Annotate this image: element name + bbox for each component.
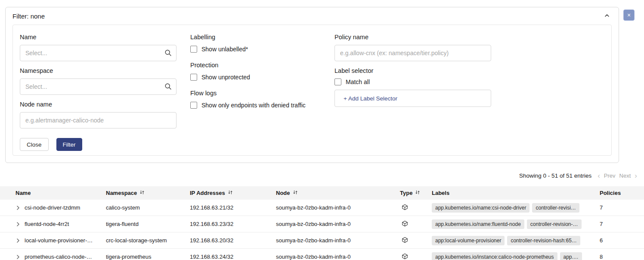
filter-panel-header: Filter: none [6,7,619,25]
pagination-summary: Showing 0 - 51 of 51 entries [519,172,591,179]
cell-namespace: tigera-prometheus [106,254,190,260]
match-all-checkbox[interactable] [334,78,341,85]
sort-icon [293,190,298,196]
workload-endpoint-icon [402,237,408,244]
filter-button[interactable]: Filter [56,138,82,151]
column-header-labels: Labels [432,190,600,196]
policy-name-input[interactable] [334,45,491,61]
cell-labels: app:local-volume-provisionercontroller-r… [432,236,600,245]
cell-name: prometheus-calico-node-… [15,254,106,260]
expand-row-icon[interactable] [15,254,21,260]
column-header-ip-addresses[interactable]: IP Addresses [190,190,276,196]
cell-name: local-volume-provisioner-… [15,237,106,244]
namespace-label: Namespace [20,67,176,74]
match-all-label: Match all [346,78,370,85]
cell-policies: 7 [600,221,644,227]
endpoint-name: local-volume-provisioner-… [25,237,93,244]
table-row: csi-node-driver-tzdmm calico-system 192.… [0,200,644,216]
label-chip: controller-revision-… [527,219,582,229]
filter-actions: Close Filter [20,138,176,151]
show-unlabelled-checkbox[interactable] [190,46,197,53]
chevron-right-icon[interactable]: › [635,172,637,179]
workload-endpoint-icon [402,204,408,212]
node-name-label: Node name [20,101,176,108]
cell-name: csi-node-driver-tzdmm [15,204,106,211]
column-header-namespace[interactable]: Namespace [106,190,190,196]
cell-policies: 7 [600,204,644,211]
cell-node: soumya-bz-0zbo-kadm-infra-0 [276,221,400,227]
column-header-policies: Policies [600,190,644,196]
show-unprotected-label: Show unprotected [201,74,250,81]
filter-title: Filter: none [12,13,45,20]
cell-node: soumya-bz-0zbo-kadm-infra-0 [276,254,400,260]
column-label: Labels [432,190,449,196]
cell-ip-addresses: 192.168.63.23/32 [190,221,276,227]
denied-traffic-label: Show only endpoints with denied traffic [201,102,306,109]
show-unprotected-checkbox[interactable] [190,74,197,81]
cell-namespace: tigera-fluentd [106,221,190,227]
namespace-input[interactable] [20,78,176,95]
chevron-left-icon[interactable]: ‹ [598,172,600,179]
table-header: Name Namespace IP Addresses Node Type [0,186,644,200]
cell-labels: app.kubernetes.io/name:fluentd-nodecontr… [432,219,600,229]
endpoints-table: Name Namespace IP Addresses Node Type [0,186,644,260]
filter-card: Name Namespace Node name Close Filt [12,25,612,156]
column-label: IP Addresses [190,190,225,196]
cell-namespace: crc-local-storage-system [106,237,190,244]
collapse-filter-button[interactable] [604,13,610,20]
denied-traffic-checkbox[interactable] [190,102,197,109]
label-chip: app.kubernetes.io/name:fluentd-node [432,219,524,229]
table-row: local-volume-provisioner-… crc-local-sto… [0,232,644,249]
cell-name: fluentd-node-4rr2t [15,221,106,227]
label-chip: app:local-volume-provisioner [432,236,505,245]
expand-row-icon[interactable] [15,238,21,243]
cell-node: soumya-bz-0zbo-kadm-infra-0 [276,237,400,244]
next-button[interactable]: Next [619,172,631,179]
cell-labels: app.kubernetes.io/name:csi-node-driverco… [432,203,600,213]
pagination-controls: ‹ Prev Next › [598,172,637,179]
cell-policies: 6 [600,237,644,244]
table-row: fluentd-node-4rr2t tigera-fluentd 192.16… [0,216,644,232]
table-row: prometheus-calico-node-… tigera-promethe… [0,249,644,260]
filter-column-left: Name Namespace Node name Close Filt [20,34,176,151]
endpoint-name: prometheus-calico-node-… [25,254,92,260]
column-header-name: Name [15,190,106,196]
prev-button[interactable]: Prev [604,172,616,179]
column-header-node[interactable]: Node [276,190,400,196]
expand-row-icon[interactable] [15,222,21,227]
show-unlabelled-row: Show unlabelled* [190,46,337,53]
sort-icon [415,190,420,196]
cell-type [400,237,432,244]
column-label: Node [276,190,290,196]
chevron-up-icon [604,13,610,20]
pagination: Showing 0 - 51 of 51 entries ‹ Prev Next… [519,171,637,180]
table-body: csi-node-driver-tzdmm calico-system 192.… [0,200,644,260]
column-label: Policies [600,190,621,196]
cell-type [400,253,432,260]
show-unlabelled-label: Show unlabelled* [201,46,248,53]
endpoint-name: fluentd-node-4rr2t [25,221,69,227]
column-header-type[interactable]: Type [400,190,432,196]
cell-labels: app.kubernetes.io/instance:calico-node-p… [432,252,600,260]
denied-traffic-row: Show only endpoints with denied traffic [190,102,337,109]
cell-ip-addresses: 192.168.63.21/32 [190,204,276,211]
close-icon[interactable]: × [623,9,635,21]
endpoint-name: csi-node-driver-tzdmm [25,204,80,211]
column-label: Type [400,190,412,196]
add-label-selector-button[interactable]: + Add Label Selector [334,90,491,107]
column-label: Namespace [106,190,137,196]
name-input[interactable] [20,45,176,61]
label-chip: app.kubernetes.io/instance:calico-node-p… [432,252,557,260]
sort-icon [228,190,233,196]
filter-column-right: Policy name Label selector Match all + A… [334,34,491,107]
cell-node: soumya-bz-0zbo-kadm-infra-0 [276,204,400,211]
cell-namespace: calico-system [106,204,190,211]
column-label: Name [15,190,31,196]
expand-row-icon[interactable] [15,205,21,210]
labelling-heading: Labelling [190,34,337,41]
label-chip: controller-revisi… [532,203,579,213]
label-chip: app.kubernetes.io/name:csi-node-driver [432,203,529,213]
node-name-input[interactable] [20,112,176,128]
close-button[interactable]: Close [20,138,49,151]
policy-name-label: Policy name [334,34,491,41]
